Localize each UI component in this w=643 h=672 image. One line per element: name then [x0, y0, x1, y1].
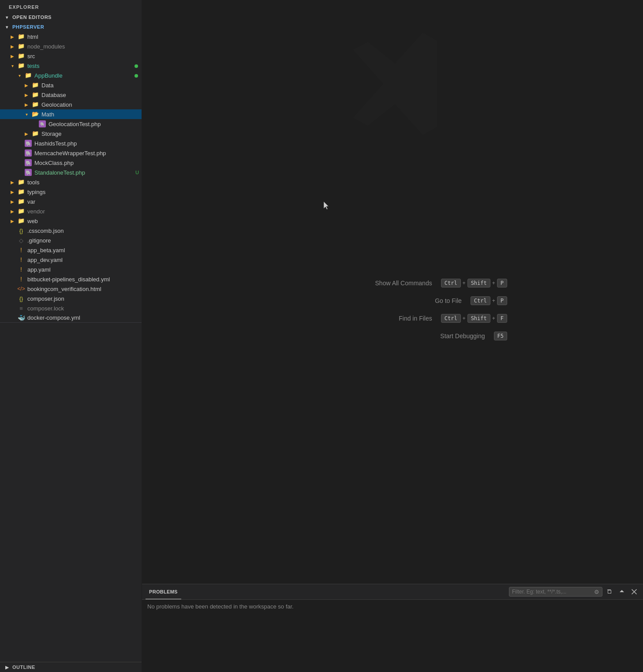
tree-item-app-dev[interactable]: ! app_dev.yaml	[0, 255, 142, 265]
var-icon: 📁	[18, 198, 25, 205]
memcache-label: MemcacheWrapperTest.php	[34, 150, 142, 157]
tree-item-tests[interactable]: ▾ 📁 tests	[0, 61, 142, 71]
bookingcom-label: bookingcom_verification.html	[27, 286, 142, 292]
tree-item-app-yaml[interactable]: ! app.yaml	[0, 265, 142, 274]
tree-item-node-modules[interactable]: ▶ 📁 node_modules	[0, 41, 142, 51]
tree-item-docker[interactable]: 🐳 docker-compose.yml	[0, 313, 142, 323]
composer-lock-label: composer.lock	[27, 305, 142, 312]
app-beta-yaml-icon: !	[18, 246, 25, 254]
key-f5: F5	[494, 332, 507, 340]
key-ctrl-1: Ctrl	[441, 279, 461, 287]
tree-item-web[interactable]: ▶ 📁 web	[0, 216, 142, 226]
tree-item-database[interactable]: ▶ 📁 Database	[0, 90, 142, 100]
tree-item-storage[interactable]: ▶ 📁 Storage	[0, 129, 142, 138]
database-chevron: ▶	[23, 91, 30, 98]
tree-item-hashids[interactable]: 🐘 HashidsTest.php	[0, 138, 142, 148]
filter-input[interactable]	[512, 589, 591, 595]
app-beta-label: app_beta.yaml	[27, 247, 142, 254]
data-icon: 📁	[32, 82, 39, 89]
open-editors-section[interactable]: ▾ OPEN EDITORS	[0, 12, 142, 22]
vendor-label: vendor	[27, 208, 142, 215]
tests-chevron: ▾	[9, 62, 16, 69]
tree-item-composer-json[interactable]: {} composer.json	[0, 294, 142, 303]
html-folder-icon: 📁	[18, 33, 25, 40]
tree-item-typings[interactable]: ▶ 📁 typings	[0, 187, 142, 197]
filter-input-container[interactable]: ⚙	[509, 587, 602, 597]
tree-item-geolocation-test[interactable]: 🐘 GeolocationTest.php	[0, 119, 142, 129]
web-label: web	[27, 218, 142, 224]
hashids-label: HashidsTest.php	[34, 140, 142, 147]
shortcut-find-in-files: Find in Files Ctrl + Shift + F	[278, 314, 507, 323]
geolocation-chevron: ▶	[23, 101, 30, 108]
tab-problems-label: PROBLEMS	[149, 589, 178, 594]
tests-dot	[135, 63, 138, 69]
navigate-up-button[interactable]	[617, 586, 627, 597]
key-p-2: P	[497, 296, 507, 305]
tests-icon: 📁	[18, 62, 25, 69]
tree-item-bookingcom[interactable]: </> bookingcom_verification.html	[0, 284, 142, 294]
tree-item-html[interactable]: ▶ 📁 html	[0, 32, 142, 41]
cursor-indicator	[323, 201, 329, 212]
tree-item-bitbucket[interactable]: ! bitbucket-pipelines_disabled.yml	[0, 274, 142, 284]
database-icon: 📁	[32, 91, 39, 98]
phpserver-section[interactable]: ▾ PHPSERVER	[0, 22, 142, 32]
editor-area: Show All Commands Ctrl + Shift + P Go to…	[142, 0, 643, 584]
close-panel-button[interactable]	[629, 586, 639, 597]
composer-json-icon: {}	[18, 295, 25, 302]
tree-item-csscomb[interactable]: {} .csscomb.json	[0, 226, 142, 235]
tree-item-data[interactable]: ▶ 📁 Data	[0, 80, 142, 90]
phpserver-chevron: ▾	[4, 23, 11, 30]
math-chevron: ▾	[23, 111, 30, 118]
bookingcom-html-icon: </>	[18, 285, 25, 292]
no-problems-message: No problems have been detected in the wo…	[147, 603, 294, 610]
database-label: Database	[41, 92, 142, 98]
tree-item-geolocation[interactable]: ▶ 📁 Geolocation	[0, 100, 142, 109]
tree-item-src[interactable]: ▶ 📁 src	[0, 51, 142, 61]
shortcut-start-debugging: Start Debugging F5	[278, 332, 507, 340]
html-folder-chevron: ▶	[9, 33, 16, 40]
tree-item-memcache[interactable]: 🐘 MemcacheWrapperTest.php	[0, 148, 142, 158]
copy-button[interactable]	[604, 586, 615, 597]
composer-lock-icon: ≡	[18, 305, 25, 312]
panel-tabs: PROBLEMS ⚙	[142, 584, 643, 600]
storage-label: Storage	[41, 131, 142, 137]
tools-label: tools	[27, 179, 142, 186]
appbundle-chevron: ▾	[16, 72, 23, 79]
appbundle-label: AppBundle	[34, 72, 135, 79]
tree-item-standalone[interactable]: 🐘 StandaloneTest.php U	[0, 168, 142, 177]
filter-gear-icon: ⚙	[594, 589, 599, 595]
problems-panel: PROBLEMS ⚙	[142, 584, 643, 672]
outline-section[interactable]: ▶ OUTLINE	[0, 662, 142, 672]
docker-icon: 🐳	[18, 314, 25, 321]
shortcut-go-to-file: Go to File Ctrl + P	[278, 296, 507, 305]
standalone-modified-badge: U	[135, 170, 139, 175]
tree-item-app-beta[interactable]: ! app_beta.yaml	[0, 245, 142, 255]
storage-icon: 📁	[32, 130, 39, 137]
vendor-chevron: ▶	[9, 208, 16, 215]
app-yaml-label: app.yaml	[27, 266, 142, 273]
composer-json-label: composer.json	[27, 295, 142, 302]
tree-item-mockclass[interactable]: 🐘 MockClass.php	[0, 158, 142, 168]
node-modules-chevron: ▶	[9, 43, 16, 50]
memcache-php-icon: 🐘	[25, 149, 32, 157]
math-icon: 📂	[32, 111, 39, 118]
tests-label: tests	[27, 63, 135, 69]
tree-item-vendor[interactable]: ▶ 📁 vendor	[0, 206, 142, 216]
vendor-icon: 📁	[18, 208, 25, 215]
tree-item-composer-lock[interactable]: ≡ composer.lock	[0, 303, 142, 313]
main-area: Show All Commands Ctrl + Shift + P Go to…	[142, 0, 643, 672]
tree-item-math[interactable]: ▾ 📂 Math	[0, 109, 142, 119]
bitbucket-label: bitbucket-pipelines_disabled.yml	[27, 276, 142, 283]
find-in-files-label: Find in Files	[278, 315, 432, 322]
tree-item-gitignore[interactable]: ◇ .gitignore	[0, 235, 142, 245]
app-dev-yaml-icon: !	[18, 256, 25, 263]
standalone-php-icon: 🐘	[25, 169, 32, 176]
tree-item-appbundle[interactable]: ▾ 📁 AppBundle	[0, 71, 142, 80]
var-label: var	[27, 198, 142, 205]
show-all-commands-keys: Ctrl + Shift + P	[441, 279, 507, 287]
geolocation-icon: 📁	[32, 101, 39, 108]
data-chevron: ▶	[23, 82, 30, 89]
tree-item-var[interactable]: ▶ 📁 var	[0, 197, 142, 206]
tab-problems[interactable]: PROBLEMS	[146, 584, 181, 599]
tree-item-tools[interactable]: ▶ 📁 tools	[0, 177, 142, 187]
